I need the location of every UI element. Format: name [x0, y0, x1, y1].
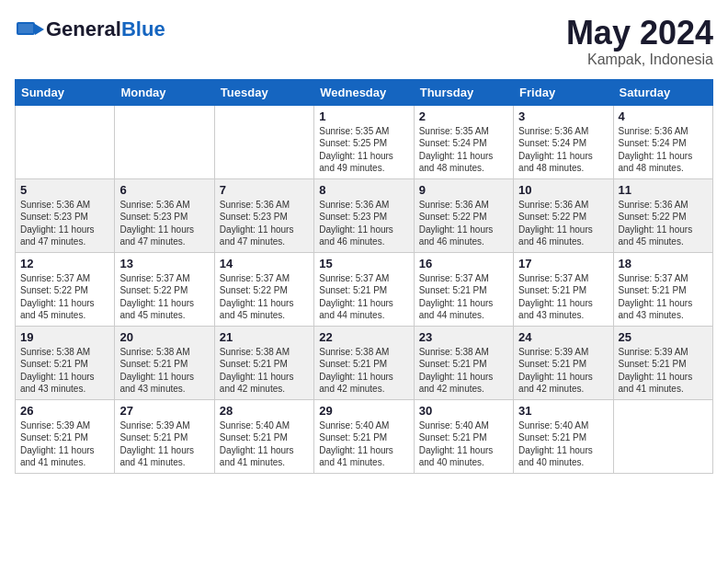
day-number: 24 — [518, 330, 608, 344]
day-number: 16 — [419, 257, 508, 270]
day-number: 30 — [419, 404, 508, 418]
day-number: 27 — [119, 404, 209, 418]
calendar-cell: 20Sunrise: 5:38 AM Sunset: 5:21 PM Dayli… — [115, 326, 214, 399]
day-info: Sunrise: 5:40 AM Sunset: 5:21 PM Dayligh… — [319, 419, 408, 469]
day-info: Sunrise: 5:40 AM Sunset: 5:21 PM Dayligh… — [220, 419, 309, 469]
calendar-cell: 21Sunrise: 5:38 AM Sunset: 5:21 PM Dayli… — [214, 326, 313, 399]
calendar-cell: 13Sunrise: 5:37 AM Sunset: 5:22 PM Dayli… — [115, 252, 214, 326]
weekday-header-wednesday: Wednesday — [314, 79, 414, 105]
svg-marker-2 — [35, 24, 44, 35]
calendar-cell: 14Sunrise: 5:37 AM Sunset: 5:22 PM Dayli… — [214, 252, 313, 326]
calendar-cell: 1Sunrise: 5:35 AM Sunset: 5:25 PM Daylig… — [314, 105, 414, 178]
calendar-cell: 29Sunrise: 5:40 AM Sunset: 5:21 PM Dayli… — [314, 399, 414, 473]
day-info: Sunrise: 5:37 AM Sunset: 5:21 PM Dayligh… — [319, 272, 408, 322]
day-number: 18 — [619, 257, 708, 270]
calendar-cell: 23Sunrise: 5:38 AM Sunset: 5:21 PM Dayli… — [414, 326, 513, 399]
day-info: Sunrise: 5:37 AM Sunset: 5:22 PM Dayligh… — [220, 272, 309, 322]
calendar-cell: 9Sunrise: 5:36 AM Sunset: 5:22 PM Daylig… — [414, 178, 513, 252]
day-number: 15 — [319, 257, 408, 270]
day-number: 5 — [20, 183, 109, 197]
day-number: 3 — [518, 109, 608, 123]
day-info: Sunrise: 5:37 AM Sunset: 5:21 PM Dayligh… — [518, 272, 608, 322]
weekday-header-thursday: Thursday — [414, 79, 513, 105]
day-info: Sunrise: 5:38 AM Sunset: 5:21 PM Dayligh… — [220, 346, 309, 396]
calendar-cell — [115, 105, 214, 178]
day-number: 23 — [419, 330, 508, 344]
day-info: Sunrise: 5:38 AM Sunset: 5:21 PM Dayligh… — [419, 346, 508, 396]
weekday-header-saturday: Saturday — [613, 79, 712, 105]
calendar-cell: 3Sunrise: 5:36 AM Sunset: 5:24 PM Daylig… — [514, 105, 613, 178]
calendar-cell: 28Sunrise: 5:40 AM Sunset: 5:21 PM Dayli… — [214, 399, 313, 473]
calendar-cell — [16, 105, 115, 178]
calendar-cell — [613, 399, 712, 473]
calendar-table: SundayMondayTuesdayWednesdayThursdayFrid… — [15, 79, 713, 474]
day-number: 13 — [119, 257, 209, 270]
calendar-cell: 17Sunrise: 5:37 AM Sunset: 5:21 PM Dayli… — [514, 252, 613, 326]
calendar-cell: 22Sunrise: 5:38 AM Sunset: 5:21 PM Dayli… — [314, 326, 414, 399]
day-info: Sunrise: 5:36 AM Sunset: 5:24 PM Dayligh… — [619, 125, 708, 175]
month-title: May 2024 — [566, 15, 713, 52]
calendar-week-row: 26Sunrise: 5:39 AM Sunset: 5:21 PM Dayli… — [16, 399, 713, 473]
calendar-cell: 11Sunrise: 5:36 AM Sunset: 5:22 PM Dayli… — [613, 178, 712, 252]
day-number: 31 — [518, 404, 608, 418]
day-info: Sunrise: 5:36 AM Sunset: 5:23 PM Dayligh… — [20, 199, 109, 248]
day-info: Sunrise: 5:36 AM Sunset: 5:23 PM Dayligh… — [119, 199, 209, 248]
day-number: 19 — [20, 330, 109, 344]
day-number: 4 — [619, 109, 708, 123]
calendar-cell: 2Sunrise: 5:35 AM Sunset: 5:24 PM Daylig… — [414, 105, 513, 178]
calendar-cell: 7Sunrise: 5:36 AM Sunset: 5:23 PM Daylig… — [214, 178, 313, 252]
calendar-header-row: SundayMondayTuesdayWednesdayThursdayFrid… — [16, 79, 713, 105]
day-info: Sunrise: 5:39 AM Sunset: 5:21 PM Dayligh… — [119, 419, 209, 469]
day-number: 14 — [220, 257, 309, 270]
day-number: 1 — [319, 109, 408, 123]
day-number: 17 — [518, 257, 608, 270]
weekday-header-monday: Monday — [115, 79, 214, 105]
day-info: Sunrise: 5:35 AM Sunset: 5:25 PM Dayligh… — [319, 125, 408, 175]
calendar-cell: 25Sunrise: 5:39 AM Sunset: 5:21 PM Dayli… — [613, 326, 712, 399]
calendar-cell: 6Sunrise: 5:36 AM Sunset: 5:23 PM Daylig… — [115, 178, 214, 252]
calendar-cell: 26Sunrise: 5:39 AM Sunset: 5:21 PM Dayli… — [16, 399, 115, 473]
calendar-cell: 18Sunrise: 5:37 AM Sunset: 5:21 PM Dayli… — [613, 252, 712, 326]
day-number: 26 — [20, 404, 109, 418]
calendar-cell: 16Sunrise: 5:37 AM Sunset: 5:21 PM Dayli… — [414, 252, 513, 326]
calendar-cell: 10Sunrise: 5:36 AM Sunset: 5:22 PM Dayli… — [514, 178, 613, 252]
day-info: Sunrise: 5:36 AM Sunset: 5:22 PM Dayligh… — [619, 199, 708, 248]
day-number: 9 — [419, 183, 508, 197]
calendar-week-row: 1Sunrise: 5:35 AM Sunset: 5:25 PM Daylig… — [16, 105, 713, 178]
logo-icon — [15, 15, 44, 44]
calendar-cell: 12Sunrise: 5:37 AM Sunset: 5:22 PM Dayli… — [16, 252, 115, 326]
calendar-cell: 19Sunrise: 5:38 AM Sunset: 5:21 PM Dayli… — [16, 326, 115, 399]
day-number: 12 — [20, 257, 109, 270]
svg-rect-3 — [18, 24, 33, 33]
calendar-week-row: 19Sunrise: 5:38 AM Sunset: 5:21 PM Dayli… — [16, 326, 713, 399]
calendar-cell: 24Sunrise: 5:39 AM Sunset: 5:21 PM Dayli… — [514, 326, 613, 399]
day-info: Sunrise: 5:40 AM Sunset: 5:21 PM Dayligh… — [518, 419, 608, 469]
location: Kampak, Indonesia — [566, 52, 713, 68]
day-info: Sunrise: 5:37 AM Sunset: 5:22 PM Dayligh… — [119, 272, 209, 322]
logo: GeneralBlue — [15, 15, 165, 44]
day-number: 20 — [119, 330, 209, 344]
day-info: Sunrise: 5:37 AM Sunset: 5:21 PM Dayligh… — [419, 272, 508, 322]
day-number: 11 — [619, 183, 708, 197]
calendar-week-row: 12Sunrise: 5:37 AM Sunset: 5:22 PM Dayli… — [16, 252, 713, 326]
calendar-cell: 4Sunrise: 5:36 AM Sunset: 5:24 PM Daylig… — [613, 105, 712, 178]
header: GeneralBlue May 2024 Kampak, Indonesia — [15, 15, 713, 68]
day-number: 25 — [619, 330, 708, 344]
day-info: Sunrise: 5:36 AM Sunset: 5:24 PM Dayligh… — [518, 125, 608, 175]
calendar-cell: 8Sunrise: 5:36 AM Sunset: 5:23 PM Daylig… — [314, 178, 414, 252]
day-number: 2 — [419, 109, 508, 123]
day-number: 28 — [220, 404, 309, 418]
day-number: 22 — [319, 330, 408, 344]
calendar-cell: 31Sunrise: 5:40 AM Sunset: 5:21 PM Dayli… — [514, 399, 613, 473]
day-info: Sunrise: 5:36 AM Sunset: 5:22 PM Dayligh… — [518, 199, 608, 248]
day-info: Sunrise: 5:38 AM Sunset: 5:21 PM Dayligh… — [20, 346, 109, 396]
day-info: Sunrise: 5:39 AM Sunset: 5:21 PM Dayligh… — [20, 419, 109, 469]
day-number: 7 — [220, 183, 309, 197]
day-info: Sunrise: 5:40 AM Sunset: 5:21 PM Dayligh… — [419, 419, 508, 469]
day-info: Sunrise: 5:35 AM Sunset: 5:24 PM Dayligh… — [419, 125, 508, 175]
day-number: 29 — [319, 404, 408, 418]
calendar-week-row: 5Sunrise: 5:36 AM Sunset: 5:23 PM Daylig… — [16, 178, 713, 252]
weekday-header-tuesday: Tuesday — [214, 79, 313, 105]
calendar-cell — [214, 105, 313, 178]
day-info: Sunrise: 5:39 AM Sunset: 5:21 PM Dayligh… — [518, 346, 608, 396]
